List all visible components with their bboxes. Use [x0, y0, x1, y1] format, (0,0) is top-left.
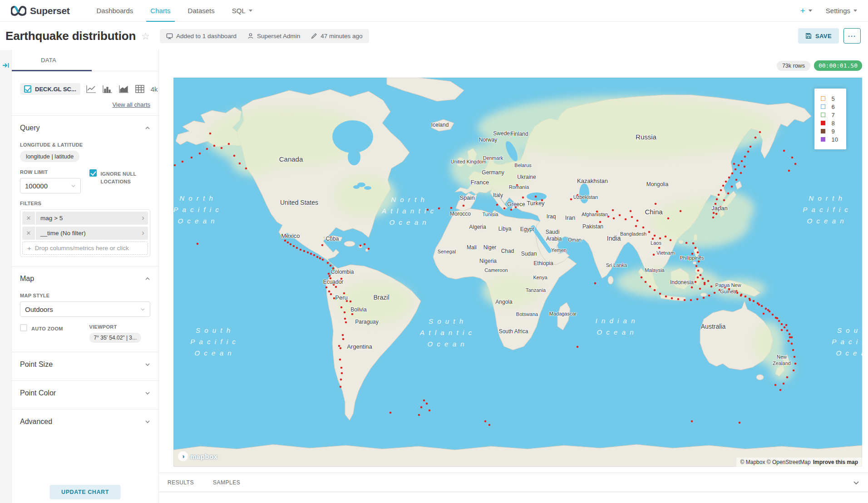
- earthquake-dot: [612, 209, 614, 212]
- nav-item-sql[interactable]: SQL: [223, 0, 261, 22]
- earthquake-dot: [333, 297, 335, 300]
- auto-zoom-checkbox[interactable]: [20, 324, 27, 331]
- section-advanced[interactable]: Advanced: [20, 409, 150, 429]
- tab-data[interactable]: DATA: [33, 49, 64, 71]
- last-modified-meta[interactable]: 47 minutes ago: [311, 33, 362, 39]
- earthquake-dot: [667, 217, 670, 220]
- map-attribution: © Mapbox © OpenStreetMapImprove this map: [736, 458, 862, 467]
- query-timer-badge: 00:00:01.50: [814, 60, 862, 71]
- settings-menu[interactable]: Settings: [826, 7, 857, 15]
- earthquake-dot: [684, 299, 686, 301]
- auto-zoom-checkbox-row[interactable]: AUTO ZOOM: [20, 324, 81, 333]
- earthquake-dot: [704, 283, 706, 286]
- superset-logo[interactable]: Superset: [11, 5, 69, 16]
- save-icon: [805, 33, 812, 39]
- earthquake-dot: [328, 273, 330, 275]
- earthquake-dot: [284, 240, 286, 242]
- favorite-star-icon[interactable]: ☆: [141, 31, 150, 42]
- filter-pill[interactable]: ✕mag > 5›: [22, 212, 148, 225]
- earthquake-dot: [671, 297, 673, 300]
- datasource-panel-strip: [0, 50, 12, 503]
- tab-results[interactable]: RESULTS: [168, 479, 194, 486]
- new-item-button[interactable]: +: [800, 6, 812, 16]
- earthquake-dot: [715, 203, 717, 205]
- section-query[interactable]: Query: [20, 116, 150, 135]
- earthquake-dot: [418, 414, 420, 416]
- earthquake-dot: [426, 403, 428, 405]
- nav-item-charts[interactable]: Charts: [142, 0, 179, 22]
- area-chart-icon[interactable]: [119, 85, 129, 93]
- update-chart-button[interactable]: UPDATE CHART: [49, 485, 121, 499]
- earthquake-dot: [786, 376, 789, 379]
- view-all-charts-link[interactable]: View all charts: [20, 101, 150, 108]
- earthquake-dot: [783, 150, 785, 152]
- earthquake-dot: [715, 213, 718, 215]
- collapse-results-icon[interactable]: [853, 479, 860, 486]
- legend-item[interactable]: 9: [821, 127, 838, 135]
- nav-item-dashboards[interactable]: Dashboards: [88, 0, 142, 22]
- filters-box: ✕mag > 5›✕__time (No filter)›+Drop colum…: [20, 209, 150, 257]
- earthquake-dot: [296, 247, 298, 249]
- viewport-value-pill[interactable]: 7° 35' 54.02" | 3...: [89, 333, 142, 343]
- earthquake-dot: [330, 237, 332, 239]
- earthquake-dot: [293, 245, 295, 247]
- section-map[interactable]: Map: [20, 266, 150, 286]
- table-icon[interactable]: [135, 85, 144, 93]
- legend-item[interactable]: 8: [821, 119, 838, 127]
- remove-filter-icon[interactable]: ✕: [22, 227, 36, 240]
- earthquake-dot: [390, 412, 392, 414]
- pencil-icon: [311, 33, 317, 39]
- earthquake-dot: [747, 151, 750, 153]
- top-navbar: Superset DashboardsChartsDatasetsSQL + S…: [0, 0, 868, 22]
- dashboards-meta[interactable]: Added to 1 dashboard: [166, 33, 237, 39]
- section-point-size[interactable]: Point Size: [20, 352, 150, 371]
- world-map[interactable]: CanadaUnited StatesMexicoCubaColombiaEcu…: [173, 78, 862, 467]
- chevron-down-icon: [249, 10, 252, 12]
- legend-item[interactable]: 10: [821, 135, 838, 143]
- earthquake-dot: [741, 160, 743, 163]
- bar-chart-icon[interactable]: [103, 85, 113, 93]
- viz-4k-option[interactable]: 4k: [151, 85, 158, 93]
- chevron-down-icon: [809, 10, 812, 12]
- earthquake-dot: [759, 131, 761, 133]
- ignore-null-checkbox-row[interactable]: IGNORE NULL LOCATIONS: [89, 169, 151, 185]
- filter-pill[interactable]: ✕__time (No filter)›: [22, 227, 148, 240]
- more-actions-button[interactable]: ···: [843, 28, 861, 44]
- earthquake-dot: [772, 314, 774, 316]
- earthquake-dot: [733, 163, 735, 165]
- remove-filter-icon[interactable]: ✕: [22, 212, 36, 225]
- earthquake-dot: [313, 254, 316, 256]
- drop-columns-target[interactable]: +Drop columns/metrics here or click: [22, 242, 148, 255]
- legend-item[interactable]: 7: [821, 111, 838, 119]
- legend-item[interactable]: 5: [821, 94, 838, 103]
- earthquake-dot: [663, 252, 665, 254]
- map-style-select[interactable]: Outdoors: [20, 301, 150, 317]
- earthquake-dot: [735, 168, 737, 171]
- earthquake-dot: [344, 318, 346, 320]
- viz-type-selected[interactable]: DECK.GL SC...: [20, 83, 80, 95]
- ignore-null-checkbox[interactable]: [89, 169, 97, 177]
- tab-samples[interactable]: SAMPLES: [213, 479, 240, 486]
- earthquake-dot: [330, 265, 332, 267]
- earthquake-dot: [695, 247, 697, 249]
- row-limit-select[interactable]: 100000: [20, 178, 81, 193]
- improve-map-link[interactable]: Improve this map: [813, 459, 858, 465]
- earthquake-dot: [738, 164, 740, 167]
- legend-item[interactable]: 6: [821, 103, 838, 111]
- earthquake-dot: [339, 359, 341, 361]
- owner-meta[interactable]: Superset Admin: [247, 33, 300, 39]
- chart-header: Earthquake distribution ☆ Added to 1 das…: [0, 22, 868, 50]
- earthquake-dot: [665, 296, 667, 298]
- nav-item-datasets[interactable]: Datasets: [179, 0, 223, 22]
- main-menu: DashboardsChartsDatasetsSQL: [88, 0, 261, 22]
- earthquake-dot: [712, 217, 715, 219]
- section-point-color[interactable]: Point Color: [20, 381, 150, 400]
- earthquake-dot: [316, 256, 319, 258]
- lonlat-value-pill[interactable]: longitude | latitude: [20, 151, 79, 162]
- save-button[interactable]: SAVE: [798, 28, 839, 44]
- earthquake-dot: [340, 367, 343, 369]
- mapbox-logo[interactable]: ◑ mapbox: [178, 451, 218, 461]
- earthquake-dot: [724, 286, 726, 289]
- expand-panel-icon[interactable]: [2, 62, 10, 69]
- line-chart-icon[interactable]: [86, 85, 96, 93]
